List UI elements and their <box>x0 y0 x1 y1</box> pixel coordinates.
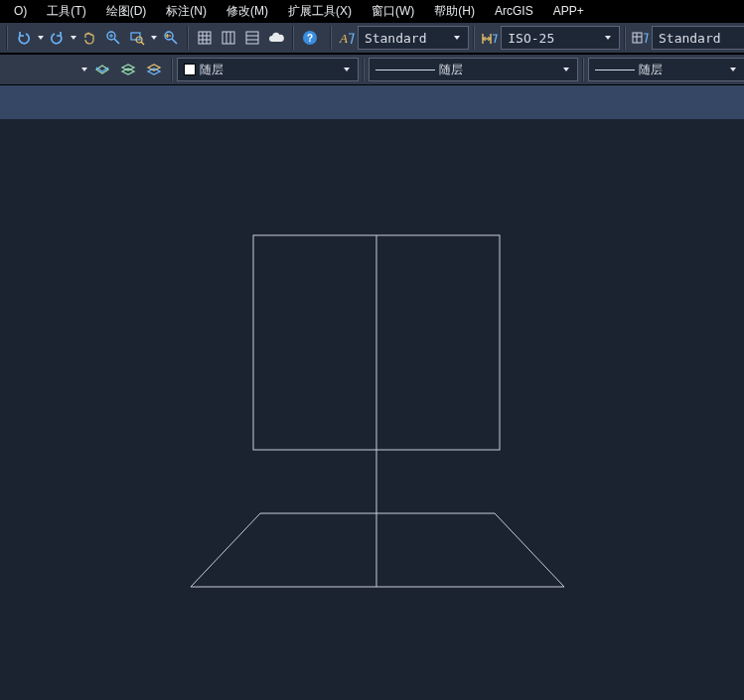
redo-dropdown[interactable] <box>69 27 77 49</box>
svg-rect-13 <box>223 32 234 44</box>
chevron-down-icon <box>601 27 615 49</box>
chevron-down-icon <box>450 27 464 49</box>
table-style-value: Standard <box>659 31 740 46</box>
color-value: 随层 <box>200 62 336 78</box>
toolbar-gap <box>0 85 744 119</box>
menu-window[interactable]: 窗口(W) <box>362 1 424 22</box>
menu-tool[interactable]: 工具(T) <box>37 1 95 22</box>
undo-button[interactable] <box>13 26 35 50</box>
menu-modify[interactable]: 修改(M) <box>217 1 278 22</box>
pan-button[interactable] <box>78 26 100 50</box>
layer-previous-icon <box>94 62 110 77</box>
zoom-realtime-button[interactable] <box>102 26 124 50</box>
cloud-button[interactable] <box>265 26 287 50</box>
lineweight-sample <box>595 70 635 70</box>
menu-draw[interactable]: 绘图(D) <box>96 1 157 22</box>
chevron-down-icon <box>726 59 740 80</box>
table-style3-button[interactable] <box>241 26 263 50</box>
svg-rect-16 <box>246 32 258 44</box>
svg-text:A: A <box>339 31 348 46</box>
text-style-icon-button[interactable]: A <box>337 26 357 50</box>
zoom-previous-button[interactable] <box>159 26 181 50</box>
toolbar-sep <box>473 26 475 50</box>
lineweight-combo[interactable]: 随层 <box>588 58 744 81</box>
table-grid-icon <box>197 30 213 46</box>
zoom-window-icon <box>129 30 145 46</box>
table-style-combo[interactable]: Standard <box>652 26 744 50</box>
linetype-value: 随层 <box>439 62 555 78</box>
help-button[interactable]: ? <box>299 26 321 50</box>
help-icon: ? <box>302 30 318 46</box>
table-columns-icon <box>221 30 236 46</box>
dim-style-icon <box>481 30 499 46</box>
color-swatch <box>184 64 196 75</box>
pan-hand-icon <box>81 30 97 46</box>
svg-marker-30 <box>191 513 564 587</box>
menu-help[interactable]: 帮助(H) <box>424 1 485 22</box>
svg-line-6 <box>141 42 144 45</box>
lineweight-value: 随层 <box>639 62 722 78</box>
linetype-sample <box>375 70 435 70</box>
text-style-icon: A <box>338 30 356 46</box>
toolbar-sep <box>330 26 332 50</box>
text-style-value: Standard <box>365 31 446 46</box>
menu-app[interactable]: APP+ <box>543 2 594 20</box>
toolbar-sep <box>187 26 189 50</box>
menu-o[interactable]: O) <box>4 2 37 20</box>
table-rows-icon <box>244 30 260 46</box>
text-style-combo[interactable]: Standard <box>358 26 469 50</box>
redo-button[interactable] <box>46 26 68 50</box>
color-combo[interactable]: 随层 <box>177 58 359 81</box>
toolbar-sep <box>6 26 8 50</box>
toolbar-sep <box>171 58 173 81</box>
table-style-icon-button[interactable] <box>631 26 651 50</box>
menu-arcgis[interactable]: ArcGIS <box>485 2 543 20</box>
toolbar-sep <box>624 26 626 50</box>
linetype-combo[interactable]: 随层 <box>369 58 578 81</box>
menu-annotate[interactable]: 标注(N) <box>156 1 217 22</box>
dim-style-icon-button[interactable] <box>480 26 500 50</box>
zoom-previous-icon <box>163 30 179 46</box>
layer-previous-button[interactable] <box>90 58 114 81</box>
table-style-icon <box>632 30 650 46</box>
chevron-down-icon <box>340 59 354 80</box>
undo-icon <box>16 30 32 46</box>
drawing-canvas[interactable] <box>0 119 744 700</box>
toolbar-row-1: ? A Standard ISO-25 <box>0 22 744 54</box>
layer-state-button[interactable] <box>116 58 140 81</box>
zoom-window-dropdown[interactable] <box>149 27 158 49</box>
table-style2-button[interactable] <box>218 26 239 50</box>
layer-iso-icon <box>146 62 162 77</box>
undo-dropdown[interactable] <box>36 27 45 49</box>
table-style-button[interactable] <box>194 26 216 50</box>
svg-text:?: ? <box>307 33 313 44</box>
cloud-icon <box>267 30 285 46</box>
zoom-window-button[interactable] <box>126 26 148 50</box>
zoom-realtime-icon <box>105 30 121 46</box>
toolbar-sep <box>582 58 584 81</box>
drawing-geometry <box>0 119 744 700</box>
layer-iso-button[interactable] <box>142 58 166 81</box>
svg-line-1 <box>114 39 119 44</box>
layer-state-icon <box>120 62 136 77</box>
layer-dropdown-arrow[interactable] <box>79 59 89 80</box>
menu-extend[interactable]: 扩展工具(X) <box>278 1 362 22</box>
dim-style-value: ISO-25 <box>508 31 596 46</box>
toolbar-row-2: 随层 随层 随层 <box>0 54 744 85</box>
dim-style-combo[interactable]: ISO-25 <box>501 26 619 50</box>
svg-rect-8 <box>199 32 211 44</box>
toolbar-sep <box>363 58 365 81</box>
menubar: O) 工具(T) 绘图(D) 标注(N) 修改(M) 扩展工具(X) 窗口(W)… <box>0 0 744 22</box>
toolbar-sep <box>292 26 294 50</box>
chevron-down-icon <box>559 59 573 80</box>
redo-icon <box>49 30 65 46</box>
